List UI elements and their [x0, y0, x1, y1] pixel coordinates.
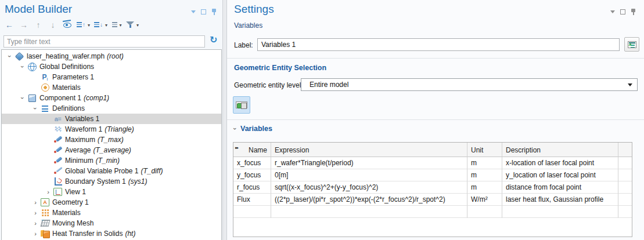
moving-mesh-icon — [40, 219, 50, 228]
section-divider — [227, 58, 644, 59]
show-button[interactable] — [61, 19, 74, 31]
cell-expression[interactable]: ((2*p_laser)/(pi*r_spot^2))*exp(-(2*r_fo… — [271, 194, 467, 206]
section-collapse-icon[interactable]: › — [232, 125, 239, 132]
chevron-down-icon[interactable] — [191, 10, 196, 13]
tree-item[interactable]: Definitions — [2, 103, 221, 114]
geometric-entity-level-select[interactable]: Entire model — [301, 78, 638, 91]
label-field-label: Label: — [234, 41, 253, 49]
cell-description[interactable]: y_location of laser focal point — [502, 169, 618, 181]
pin-icon[interactable] — [631, 8, 636, 16]
cell-description[interactable]: x-location of laser focal point — [502, 157, 618, 169]
tree-expander-icon[interactable] — [44, 157, 53, 164]
cell-expression[interactable]: 0[m] — [271, 169, 467, 181]
average-probe-icon — [53, 146, 63, 155]
column-header-expression[interactable]: Expression — [271, 143, 467, 157]
forward-button[interactable]: → — [17, 19, 30, 31]
tree-expander-icon[interactable] — [44, 136, 53, 143]
tree-item[interactable]: Waveform 1 (Triangle) — [2, 124, 221, 134]
tree-item[interactable]: Maximum (T_max) — [2, 134, 221, 145]
settings-window-controls — [610, 8, 636, 16]
cell-description[interactable] — [502, 206, 618, 218]
tree-expander-icon[interactable] — [44, 178, 53, 185]
forward-icon: → — [20, 21, 28, 29]
cell-expression[interactable]: r_wafer*Triangle(t/period) — [271, 157, 467, 169]
expand-all-button[interactable]: ↓▾ — [93, 19, 109, 31]
move-up-button[interactable]: ↑ — [32, 19, 45, 31]
tree-item[interactable]: Parameters 1 — [2, 72, 221, 82]
waveform-icon — [53, 125, 63, 134]
float-icon[interactable] — [620, 9, 625, 14]
cell-unit[interactable]: m — [467, 157, 502, 169]
column-header-description[interactable]: Description — [502, 143, 618, 157]
float-icon[interactable] — [201, 9, 206, 14]
cell-description[interactable]: distance from focal point — [502, 181, 618, 194]
tree-item[interactable]: Variables 1 — [2, 114, 221, 124]
label-input[interactable] — [257, 38, 620, 51]
cell-name[interactable] — [233, 206, 271, 218]
variables-section-header-row[interactable]: › Variables — [232, 125, 272, 133]
tree-item[interactable]: Minimum (T_min) — [2, 155, 221, 166]
tree-expander-icon[interactable] — [31, 209, 40, 216]
cell-name[interactable]: y_focus — [233, 169, 271, 181]
tree-expander-icon[interactable] — [31, 199, 40, 206]
model-tree-node-text-button[interactable]: ▾ — [110, 19, 123, 31]
back-button[interactable]: ← — [3, 19, 16, 31]
global-definitions-icon — [27, 62, 37, 71]
column-header-spacer — [618, 143, 632, 157]
column-header-unit[interactable]: Unit — [467, 143, 502, 157]
tree-expander-icon[interactable] — [44, 188, 53, 195]
active-selection-toggle-button[interactable] — [233, 96, 250, 114]
tree-expander-icon[interactable] — [31, 230, 40, 237]
tree-expander-icon[interactable] — [44, 168, 53, 174]
expand-all-icon — [94, 22, 99, 28]
tree-expander-icon[interactable] — [31, 84, 40, 91]
definitions-icon — [40, 104, 50, 113]
tree-item[interactable]: Materials — [2, 208, 221, 218]
cell-expression[interactable] — [271, 206, 467, 218]
cell-description[interactable]: laser heat flux, Gaussian profile — [502, 194, 618, 206]
filter-button[interactable]: ▾ — [125, 19, 140, 31]
geometric-entity-selection-header: Geometric Entity Selection — [234, 64, 326, 72]
tree-expander-icon[interactable] — [31, 74, 40, 81]
cell-unit[interactable] — [467, 206, 502, 218]
refresh-icon[interactable]: ↻ — [210, 34, 217, 45]
tree-item[interactable]: Materials — [2, 82, 221, 93]
tree-item[interactable]: Moving Mesh — [2, 218, 221, 228]
move-down-icon: ↓ — [51, 21, 55, 29]
tree-item[interactable]: Average (T_average) — [2, 145, 221, 155]
tree-item[interactable]: Global Variable Probe 1 (T_diff) — [2, 166, 221, 176]
tree-expander-icon[interactable] — [18, 94, 27, 101]
tree-item[interactable]: Component 1 (comp1) — [2, 93, 221, 103]
move-down-button[interactable]: ↓ — [46, 19, 59, 31]
filter-icon — [126, 21, 134, 28]
cell-unit[interactable]: W/m² — [467, 194, 502, 206]
tree-item[interactable]: Global Definitions — [2, 61, 221, 72]
column-header-name[interactable]: Name — [233, 143, 271, 157]
cell-unit[interactable]: m — [467, 169, 502, 181]
rename-button[interactable] — [624, 37, 639, 52]
tree-expander-icon[interactable] — [31, 220, 40, 227]
tree-expander-icon[interactable] — [44, 115, 53, 122]
collapse-all-button[interactable]: ↑▾ — [75, 19, 91, 31]
cell-expression[interactable]: sqrt((x-x_focus)^2+(y-y_focus)^2) — [271, 181, 467, 194]
tree-filter-input[interactable] — [3, 35, 205, 48]
tree-expander-icon[interactable] — [44, 126, 53, 133]
pin-icon[interactable] — [211, 8, 217, 16]
back-icon: ← — [5, 21, 13, 29]
show-icon — [63, 23, 71, 28]
tree-expander-icon[interactable] — [5, 53, 15, 60]
tree-item[interactable]: laser_heating_wafer.mph (root) — [2, 51, 221, 61]
tree-item[interactable]: Geometry 1 — [2, 197, 221, 208]
tree-expander-icon[interactable] — [44, 147, 53, 154]
cell-name[interactable]: r_focus — [233, 181, 271, 194]
cell-name[interactable]: x_focus — [233, 157, 271, 169]
tree-item[interactable]: Boundary System 1 (sys1) — [2, 176, 221, 187]
cell-spacer — [618, 157, 632, 169]
tree-expander-icon[interactable] — [31, 105, 40, 112]
tree-item[interactable]: View 1 — [2, 187, 221, 197]
cell-name[interactable]: Flux — [233, 194, 271, 206]
cell-unit[interactable]: m — [467, 181, 502, 194]
tree-item[interactable]: Heat Transfer in Solids (ht) — [2, 228, 221, 239]
chevron-down-icon[interactable] — [610, 10, 615, 13]
tree-expander-icon[interactable] — [18, 63, 27, 70]
